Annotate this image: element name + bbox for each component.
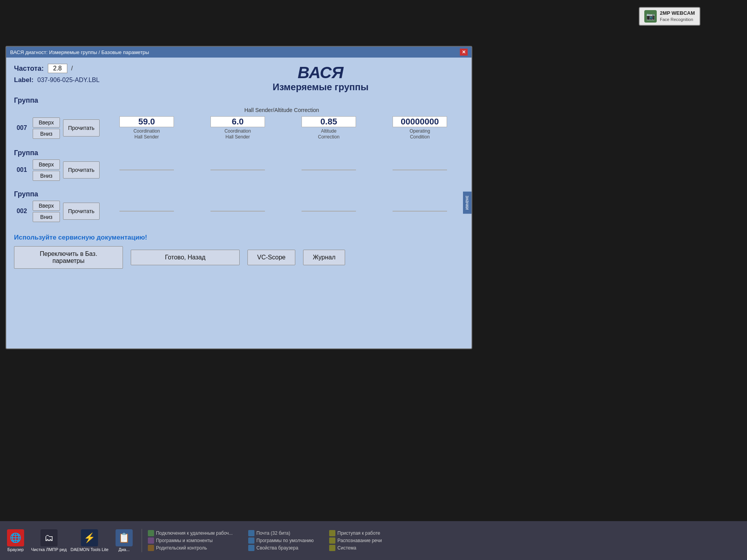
group-2-value-3 <box>302 170 356 170</box>
taskbar-menu-item-1-2[interactable]: Программы и компоненты <box>148 537 233 544</box>
group-1-subtitle: Hall Sender/Altitude Correction <box>100 107 464 113</box>
group-2-row: 001 Вверх Вниз Прочитать <box>14 159 464 181</box>
group-1-up-button[interactable]: Вверх <box>33 117 60 128</box>
menu-icon-parent <box>148 545 154 551</box>
group-3-field-4 <box>376 211 464 212</box>
group-1-field-4: 00000000 Operating Condition <box>376 116 464 140</box>
menu-icon-speech <box>329 537 335 544</box>
ready-button[interactable]: Готово, Назад <box>131 250 240 265</box>
taskbar-menu-item-1-3[interactable]: Родительский контроль <box>148 545 233 551</box>
menu-icon-mail <box>248 530 254 536</box>
group-3-value-1 <box>119 211 174 212</box>
app-title: ВАСЯ <box>177 64 464 82</box>
taskbar-menu-item-2-3[interactable]: Свойства браузера <box>248 545 314 551</box>
group-1-caption-1: Coordination Hall Sender <box>133 128 160 140</box>
chistka-icon: 🗂 <box>40 529 58 546</box>
taskbar-menu-item-3-2[interactable]: Распознавание речи <box>329 537 382 544</box>
group-2-field-1 <box>103 170 191 170</box>
title-bar: ВАСЯ диагност: Измеряемые группы / Базов… <box>6 47 472 58</box>
group-1-field-2: 6.0 Coordination Hall Sender <box>194 116 282 140</box>
group-3-field-3 <box>285 211 373 212</box>
journal-button[interactable]: Журнал <box>303 250 345 265</box>
taskbar-menu-item-2-1[interactable]: Почта (32 бита) <box>248 530 314 536</box>
group-2-down-button[interactable]: Вниз <box>33 171 60 181</box>
bottom-section: Используйте сервисную документацию! Пере… <box>14 234 464 269</box>
group-3-value-3 <box>302 211 356 212</box>
close-button[interactable]: ✕ <box>460 49 468 56</box>
group-1-caption-2: Coordination Hall Sender <box>224 128 251 140</box>
daemon-label: DAEMON Tools Lite <box>70 547 109 552</box>
side-note[interactable]: значки <box>463 192 472 214</box>
taskbar-menu-item-1-1[interactable]: Подключения к удаленным рабоч... <box>148 530 233 536</box>
group-2-up-button[interactable]: Вверх <box>33 159 60 170</box>
webcam-subtitle: Face Recognition <box>660 17 695 22</box>
group-1-down-button[interactable]: Вниз <box>33 129 60 139</box>
taskbar-icon-browser[interactable]: 🌐 Браузер <box>4 529 27 552</box>
group-2-value-4 <box>393 170 447 170</box>
group-3-field-1 <box>103 211 191 212</box>
group-2-number: 001 <box>14 166 30 173</box>
group-1-value-3: 0.85 <box>302 116 356 127</box>
group-1-value-1: 59.0 <box>119 116 174 127</box>
header-left: Частота: 2.8 / Label: 037-906-025-ADY.LB… <box>14 64 177 84</box>
label-value: 037-906-025-ADY.LBL <box>37 77 100 84</box>
group-3-row: 002 Вверх Вниз Прочитать <box>14 201 464 222</box>
header-right: ВАСЯ Измеряемые группы <box>177 64 464 93</box>
taskbar-icon-chistka[interactable]: 🗂 Чистка ЛМПР ред <box>31 529 67 552</box>
menu-icon-system <box>329 545 335 551</box>
taskbar-divider-1 <box>142 529 142 552</box>
group-3-value-4 <box>393 211 447 212</box>
freq-slash: / <box>71 65 73 72</box>
switch-button[interactable]: Переключить в Баз. параметры <box>14 246 123 269</box>
group-1-read-button[interactable]: Прочитать <box>63 119 100 136</box>
group-3-down-button[interactable]: Вниз <box>33 212 60 222</box>
taskbar-menu-item-3-3[interactable]: Система <box>329 545 382 551</box>
taskbar-menu-col-3: Приступая к работе Распознавание речи Си… <box>329 530 382 551</box>
group-1-number: 007 <box>14 124 30 131</box>
menu-icon-defaults <box>248 537 254 544</box>
group-2-read-button[interactable]: Прочитать <box>63 161 100 178</box>
group-1-value-2: 6.0 <box>210 116 265 127</box>
group-1-nav-buttons: Вверх Вниз <box>33 117 60 139</box>
taskbar-menu-col-1: Подключения к удаленным рабоч... Програм… <box>148 530 233 551</box>
group-2-nav-buttons: Вверх Вниз <box>33 159 60 181</box>
taskbar-icon-daemon[interactable]: ⚡ DAEMON Tools Lite <box>70 529 109 552</box>
group-3-read-button[interactable]: Прочитать <box>63 203 100 220</box>
group-1-value-4: 00000000 <box>393 116 447 127</box>
group-1-row: 007 Вверх Вниз Прочитать 59.0 Coordinati… <box>14 116 464 140</box>
label-row: Label: 037-906-025-ADY.LBL <box>14 76 177 84</box>
bottom-buttons: Переключить в Баз. параметры Готово, Наз… <box>14 246 464 269</box>
group-3-number: 002 <box>14 208 30 215</box>
browser-icon: 🌐 <box>7 529 24 546</box>
group-1-label: Группа <box>14 96 464 105</box>
group-3-nav-buttons: Вверх Вниз <box>33 201 60 222</box>
menu-icon-programs <box>148 537 154 544</box>
dia-icon: 📋 <box>116 529 133 546</box>
taskbar-icon-dia[interactable]: 📋 Диа... <box>112 529 136 552</box>
webcam-widget: 📷 2MP WEBCAM Face Recognition <box>639 7 700 26</box>
taskbar-menu-item-3-1[interactable]: Приступая к работе <box>329 530 382 536</box>
freq-label: Частота: <box>14 65 44 73</box>
label-key: Label: <box>14 76 33 84</box>
group-2-value-1 <box>119 170 174 170</box>
app-window: ВАСЯ диагност: Измеряемые группы / Базов… <box>5 46 472 349</box>
app-content: Частота: 2.8 / Label: 037-906-025-ADY.LB… <box>6 58 472 348</box>
group-3-field-2 <box>194 211 282 212</box>
scope-button[interactable]: VC-Scope <box>247 250 295 265</box>
app-subtitle: Измеряемые группы <box>177 82 464 93</box>
browser-label: Браузер <box>7 547 24 552</box>
group-1-caption-3: Altitude Correction <box>318 128 339 140</box>
group-3-up-button[interactable]: Вверх <box>33 201 60 211</box>
daemon-icon: ⚡ <box>81 529 98 546</box>
group-2-section: Группа 001 Вверх Вниз Прочитать <box>14 149 464 181</box>
bottom-note: Используйте сервисную документацию! <box>14 234 464 242</box>
freq-row: Частота: 2.8 / <box>14 64 177 73</box>
group-3-value-2 <box>210 211 265 212</box>
menu-icon-remote <box>148 530 154 536</box>
group-2-field-3 <box>285 170 373 170</box>
group-1-field-3: 0.85 Altitude Correction <box>285 116 373 140</box>
group-3-label: Группа <box>14 190 464 198</box>
taskbar-menu-item-2-2[interactable]: Программы по умолчанию <box>248 537 314 544</box>
group-2-label: Группа <box>14 149 464 157</box>
webcam-icon: 📷 <box>644 10 657 23</box>
